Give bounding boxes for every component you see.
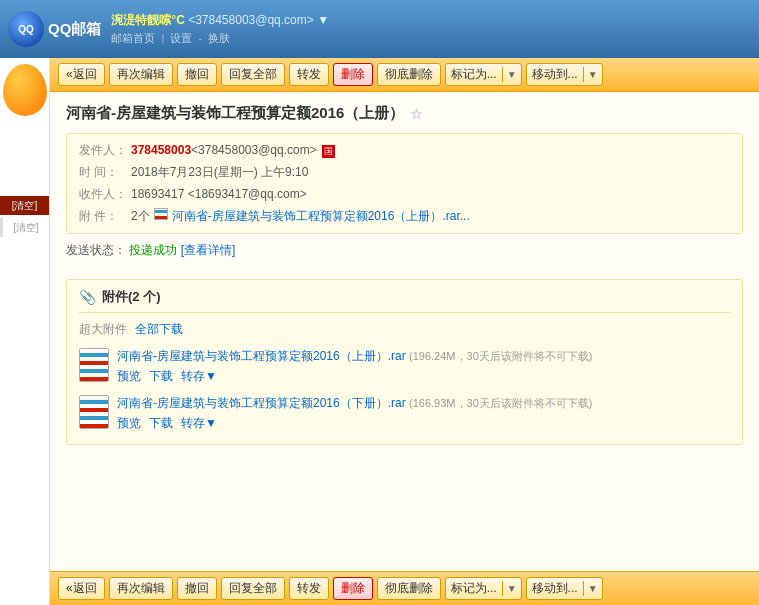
sender-label: 发件人： <box>79 142 131 159</box>
sidebar-nav: [清空] [清空] <box>0 196 49 237</box>
recipient-label: 收件人： <box>79 186 131 203</box>
email-title-row: 河南省-房屋建筑与装饰工程预算定额2016（上册） ☆ <box>66 104 743 123</box>
file-icon-rar-1 <box>79 395 109 429</box>
attachment-file-icon-small <box>154 208 168 220</box>
header: QQ QQ邮箱 涴湜特靓嗦°C <378458003@qq.com> ▼ 邮箱首… <box>0 0 759 58</box>
user-dropdown-arrow[interactable]: ▼ <box>317 13 329 27</box>
sender-email: <378458003@qq.com> <box>191 143 317 157</box>
edit-again-button-bottom[interactable]: 再次编辑 <box>109 577 173 600</box>
sender-name[interactable]: 378458003 <box>131 143 191 157</box>
transfer-link-1[interactable]: 转存▼ <box>181 415 217 432</box>
content-area: «返回 再次编辑 撤回 回复全部 转发 删除 彻底删除 标记为... ▼ 移动到… <box>50 58 759 605</box>
paperclip-icon: 📎 <box>79 289 96 305</box>
top-toolbar: «返回 再次编辑 撤回 回复全部 转发 删除 彻底删除 标记为... ▼ 移动到… <box>50 58 759 92</box>
send-status-text: 投递成功 <box>129 243 177 257</box>
attachment-actions-0: 预览 下载 转存▼ <box>117 368 730 385</box>
user-info-area: 涴湜特靓嗦°C <378458003@qq.com> ▼ 邮箱首页 | 设置 -… <box>111 12 329 46</box>
attachment-name-link[interactable]: 河南省-房屋建筑与装饰工程预算定额2016（上册）.rar... <box>172 208 470 225</box>
delete-button[interactable]: 删除 <box>333 63 373 86</box>
attachment-row: 附 件： 2个 河南省-房屋建筑与装饰工程预算定额2016（上册）.rar... <box>79 208 730 225</box>
recipient-value: 18693417 <18693417@qq.com> <box>131 187 307 201</box>
preview-link-0[interactable]: 预览 <box>117 368 141 385</box>
user-name[interactable]: 涴湜特靓嗦°C <box>111 13 184 27</box>
time-label: 时 间： <box>79 164 131 181</box>
app-title: QQ邮箱 <box>48 20 101 39</box>
attachment-info-1: 河南省-房屋建筑与装饰工程预算定额2016（下册）.rar (166.93M，3… <box>117 395 730 432</box>
recall-button[interactable]: 撤回 <box>177 63 217 86</box>
attachment-count: 2个 <box>131 208 150 225</box>
move-to-label-bottom: 移动到... <box>527 578 583 599</box>
move-to-label: 移动到... <box>527 64 583 85</box>
sidebar: [清空] [清空] <box>0 58 50 605</box>
attachment-label: 附 件： <box>79 208 131 225</box>
recipient-row: 收件人： 18693417 <18693417@qq.com> <box>79 186 730 203</box>
preview-link-1[interactable]: 预览 <box>117 415 141 432</box>
back-button[interactable]: «返回 <box>58 63 105 86</box>
file-icon-rar-0 <box>79 348 109 382</box>
mark-as-label-bottom: 标记为... <box>446 578 502 599</box>
nav-sep1: | <box>161 32 167 44</box>
attachment-info-0: 河南省-房屋建筑与装饰工程预算定额2016（上册）.rar (196.24M，3… <box>117 348 730 385</box>
sidebar-item-0[interactable]: [清空] <box>0 196 49 215</box>
qq-logo-icon: QQ <box>8 11 44 47</box>
nav-settings-link[interactable]: 设置 <box>170 32 192 44</box>
sidebar-item-1[interactable]: [清空] <box>0 218 49 237</box>
nav-home-link[interactable]: 邮箱首页 <box>111 32 155 44</box>
attachments-header-text: 附件(2 个) <box>102 288 161 306</box>
attachments-header-row: 📎 附件(2 个) <box>79 288 730 313</box>
download-link-0[interactable]: 下载 <box>149 368 173 385</box>
mark-as-dropdown-bottom[interactable]: 标记为... ▼ <box>445 577 522 600</box>
edit-again-button[interactable]: 再次编辑 <box>109 63 173 86</box>
move-to-dropdown-bottom[interactable]: 移动到... ▼ <box>526 577 603 600</box>
attachment-item-1: 河南省-房屋建筑与装饰工程预算定额2016（下册）.rar (166.93M，3… <box>79 395 730 432</box>
attachment-size-0: (196.24M，30天后该附件将不可下载) <box>409 350 592 362</box>
user-display: 涴湜特靓嗦°C <378458003@qq.com> ▼ <box>111 12 329 29</box>
super-label: 超大附件 <box>79 321 127 338</box>
move-to-arrow[interactable]: ▼ <box>583 67 602 82</box>
forward-button-bottom[interactable]: 转发 <box>289 577 329 600</box>
sender-row: 发件人： 378458003 <378458003@qq.com> 国 <box>79 142 730 159</box>
forward-button[interactable]: 转发 <box>289 63 329 86</box>
attachment-name-1[interactable]: 河南省-房屋建筑与装饰工程预算定额2016（下册）.rar <box>117 396 406 410</box>
delete-permanent-button[interactable]: 彻底删除 <box>377 63 441 86</box>
super-attachment-bar: 超大附件 全部下载 <box>79 321 730 338</box>
time-value: 2018年7月23日(星期一) 上午9:10 <box>131 164 308 181</box>
attachment-item-0: 河南省-房屋建筑与装饰工程预算定额2016（上册）.rar (196.24M，3… <box>79 348 730 385</box>
transfer-link-0[interactable]: 转存▼ <box>181 368 217 385</box>
mark-as-dropdown[interactable]: 标记为... ▼ <box>445 63 522 86</box>
attachment-name-0[interactable]: 河南省-房屋建筑与装饰工程预算定额2016（上册）.rar <box>117 349 406 363</box>
mark-as-label: 标记为... <box>446 64 502 85</box>
email-body: 河南省-房屋建筑与装饰工程预算定额2016（上册） ☆ 发件人： 3784580… <box>50 92 759 457</box>
back-button-bottom[interactable]: «返回 <box>58 577 105 600</box>
orange-ball-decoration <box>3 64 47 116</box>
email-title-text: 河南省-房屋建筑与装饰工程预算定额2016（上册） <box>66 104 404 123</box>
send-status-row: 发送状态： 投递成功 [查看详情] <box>66 242 743 259</box>
bottom-toolbar: «返回 再次编辑 撤回 回复全部 转发 删除 彻底删除 标记为... ▼ 移动到… <box>50 571 759 605</box>
delete-permanent-button-bottom[interactable]: 彻底删除 <box>377 577 441 600</box>
main-container: [清空] [清空] «返回 再次编辑 撤回 回复全部 转发 删除 彻底删除 标记… <box>0 58 759 605</box>
time-row: 时 间： 2018年7月23日(星期一) 上午9:10 <box>79 164 730 181</box>
move-to-dropdown[interactable]: 移动到... ▼ <box>526 63 603 86</box>
download-link-1[interactable]: 下载 <box>149 415 173 432</box>
mark-as-arrow-bottom[interactable]: ▼ <box>502 581 521 596</box>
reply-all-button[interactable]: 回复全部 <box>221 63 285 86</box>
mark-as-arrow[interactable]: ▼ <box>502 67 521 82</box>
send-status-label: 发送状态： <box>66 243 126 257</box>
move-to-arrow-bottom[interactable]: ▼ <box>583 581 602 596</box>
download-all-link[interactable]: 全部下载 <box>135 321 183 338</box>
header-nav: 邮箱首页 | 设置 - 换肤 <box>111 31 329 46</box>
attachment-actions-1: 预览 下载 转存▼ <box>117 415 730 432</box>
user-email-display: <378458003@qq.com> <box>188 13 314 27</box>
send-status-detail-link[interactable]: [查看详情] <box>181 243 236 257</box>
nav-skin-link[interactable]: 换肤 <box>208 32 230 44</box>
email-meta-box: 发件人： 378458003 <378458003@qq.com> 国 时 间：… <box>66 133 743 234</box>
delete-button-bottom[interactable]: 删除 <box>333 577 373 600</box>
spacer <box>66 263 743 279</box>
nav-sep2: - <box>198 32 202 44</box>
attachments-section: 📎 附件(2 个) 超大附件 全部下载 河南省-房屋建筑与装饰工程预算定额201… <box>66 279 743 445</box>
reply-all-button-bottom[interactable]: 回复全部 <box>221 577 285 600</box>
sender-flag: 国 <box>322 145 335 158</box>
recall-button-bottom[interactable]: 撤回 <box>177 577 217 600</box>
star-icon[interactable]: ☆ <box>410 106 423 122</box>
attachment-size-1: (166.93M，30天后该附件将不可下载) <box>409 397 592 409</box>
